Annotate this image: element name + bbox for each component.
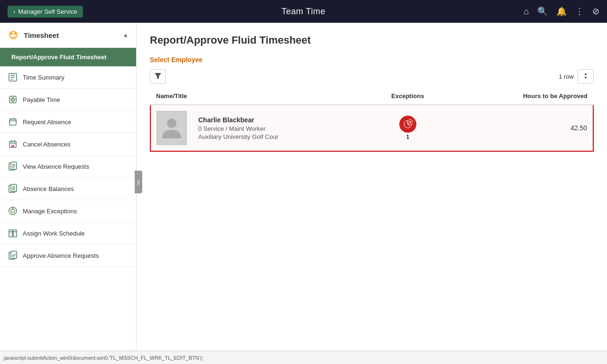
col-name-title: Name/Title [150, 88, 366, 105]
sidebar-item-label-8: Approve Absence Requests [23, 252, 99, 259]
sidebar-item-icon-4 [8, 161, 18, 172]
table-row[interactable]: Charlie Blackbear 0 Service / Maint Work… [150, 105, 593, 151]
svg-rect-9 [9, 119, 16, 125]
sidebar-item-icon-1 [8, 94, 18, 105]
timesheet-section-label: Timesheet [24, 31, 59, 39]
svg-point-1 [10, 33, 13, 35]
active-sidebar-item[interactable]: Report/Approve Fluid Timesheet [0, 48, 136, 66]
sidebar-item-label-0: Time Summary [23, 74, 64, 81]
sidebar-item-icon-0 [8, 72, 18, 82]
sidebar-item-icon-6 [8, 206, 18, 216]
more-icon[interactable]: ⋮ [575, 6, 584, 17]
statusbar: javascript:submitAction_win0(document.wi… [0, 351, 607, 364]
sidebar-item-absence-balances[interactable]: Absence Balances [0, 178, 136, 200]
main-layout: Timesheet ▲ Report/Approve Fluid Timeshe… [0, 23, 607, 364]
timesheet-icon [8, 29, 19, 41]
svg-marker-38 [155, 73, 161, 79]
select-employee-label: Select Employee [150, 56, 594, 64]
sidebar-collapse-handle[interactable]: || [135, 171, 142, 193]
block-icon[interactable]: ⊘ [592, 6, 599, 17]
sidebar-item-icon-7 [8, 228, 18, 238]
sidebar-item-label-1: Payable Time [23, 96, 60, 103]
sidebar-item-time-summary[interactable]: Time Summary [0, 66, 136, 89]
sidebar-item-manage-exceptions[interactable]: Manage Exceptions [0, 200, 136, 222]
sidebar-item-payable-time[interactable]: Payable Time [0, 89, 136, 111]
svg-rect-13 [9, 141, 16, 147]
col-hours: Hours to be Approved [450, 88, 593, 105]
sidebar-item-request-absence[interactable]: Request Absence [0, 111, 136, 133]
sidebar-item-label-3: Cancel Absences [23, 141, 70, 148]
home-icon[interactable]: ⌂ [524, 7, 529, 17]
timesheet-section-header[interactable]: Timesheet ▲ [0, 23, 136, 48]
app-header: ‹ Manager Self Service Team Time ⌂ 🔍 🔔 ⋮… [0, 0, 607, 23]
back-label: Manager Self Service [18, 8, 77, 15]
table-controls: 1 row [150, 69, 594, 84]
app-title: Team Time [282, 7, 326, 17]
statusbar-text: javascript:submitAction_win0(document.wi… [4, 355, 203, 361]
filter-button[interactable] [150, 69, 166, 84]
sidebar-item-label-2: Request Absence [23, 118, 71, 126]
timesheet-section-title: Timesheet [8, 29, 59, 41]
svg-rect-32 [9, 230, 12, 237]
sidebar-item-label-5: Absence Balances [23, 185, 74, 192]
sidebar: Timesheet ▲ Report/Approve Fluid Timeshe… [0, 23, 137, 364]
employee-avatar [150, 105, 193, 151]
exception-count: 1 [406, 134, 409, 140]
sidebar-item-icon-2 [8, 117, 18, 127]
sidebar-item-cancel-absences[interactable]: Cancel Absences [0, 133, 136, 155]
sidebar-item-approve-absence-requests[interactable]: Approve Absence Requests [0, 245, 136, 267]
employee-table: Name/Title Exceptions Hours to be Approv… [150, 88, 594, 152]
exception-clock-icon [399, 116, 416, 133]
sidebar-item-icon-3 [8, 139, 18, 149]
hours-cell: 42.50 [450, 105, 593, 151]
svg-rect-33 [13, 230, 17, 237]
col-exceptions: Exceptions [366, 88, 450, 105]
sidebar-item-icon-8 [8, 250, 18, 261]
header-icons: ⌂ 🔍 🔔 ⋮ ⊘ [524, 6, 599, 17]
employee-title: 0 Service / Maint Worker [198, 125, 360, 132]
search-icon[interactable]: 🔍 [537, 6, 548, 17]
sort-button[interactable] [578, 69, 594, 84]
sidebar-items: Time Summary Payable Time Request Absenc… [0, 66, 136, 267]
sidebar-item-icon-5 [8, 183, 18, 194]
bell-icon[interactable]: 🔔 [556, 6, 567, 17]
sidebar-item-label-7: Assign Work Schedule [23, 230, 85, 237]
page-title: Report/Approve Fluid Timesheet [150, 34, 594, 46]
svg-point-2 [14, 33, 17, 35]
back-arrow-icon: ‹ [13, 8, 15, 15]
sidebar-item-assign-work-schedule[interactable]: Assign Work Schedule [0, 222, 136, 245]
employee-info: Charlie Blackbear 0 Service / Maint Work… [193, 105, 366, 151]
back-button[interactable]: ‹ Manager Self Service [8, 6, 83, 18]
sidebar-item-label-4: View Absence Requests [23, 163, 89, 170]
sidebar-item-view-absence-requests[interactable]: View Absence Requests [0, 155, 136, 178]
employee-dept: Auxiliary University Golf Cour [198, 133, 360, 140]
svg-point-30 [11, 209, 15, 213]
chevron-up-icon: ▲ [123, 32, 129, 38]
sidebar-item-label-6: Manage Exceptions [23, 208, 77, 215]
row-count: 1 row [559, 73, 574, 80]
exceptions-cell: 1 [366, 105, 450, 151]
main-content: Report/Approve Fluid Timesheet Select Em… [137, 23, 607, 364]
employee-table-body: Charlie Blackbear 0 Service / Maint Work… [150, 105, 593, 151]
svg-point-39 [167, 118, 176, 128]
svg-rect-37 [11, 251, 17, 258]
employee-name: Charlie Blackbear [198, 116, 360, 124]
